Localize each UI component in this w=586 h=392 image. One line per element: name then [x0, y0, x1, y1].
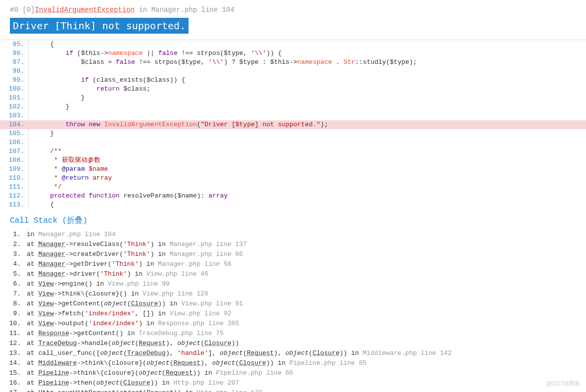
- stack-frame[interactable]: at View->think\{closure}() in View.php l…: [25, 289, 576, 299]
- line-content: {: [29, 40, 54, 49]
- stack-frame[interactable]: at View->fetch('index/index', []) in Vie…: [25, 309, 576, 319]
- line-content: [29, 138, 35, 147]
- error-message: Driver [Think] not supported.: [10, 18, 189, 34]
- line-content: * @return array: [29, 174, 112, 183]
- code-line: 100. return $class;: [0, 85, 586, 94]
- line-content: {: [29, 200, 54, 209]
- code-line: 103.: [0, 111, 586, 120]
- stack-frame[interactable]: in Manager.php line 104: [25, 230, 576, 240]
- stack-frame[interactable]: at TraceDebug->handle(object(Request), o…: [25, 339, 576, 348]
- line-number: 106.: [0, 138, 29, 147]
- code-snippet: 95. {96. if ($this->namespace || false !…: [0, 40, 586, 209]
- line-content: if (class_exists($class)) {: [29, 76, 185, 85]
- stack-frame[interactable]: at Pipeline->think\{closure}(object(Requ…: [25, 368, 576, 378]
- line-number: 112.: [0, 192, 29, 200]
- code-line: 99. if (class_exists($class)) {: [0, 76, 586, 85]
- line-number: 104.: [0, 120, 29, 129]
- line-number: 107.: [0, 147, 29, 156]
- code-line: 95. {: [0, 40, 586, 49]
- code-line: 107. /**: [0, 147, 586, 156]
- stack-frame[interactable]: at Response->getContent() in TraceDebug.…: [25, 329, 576, 339]
- code-line: 98.: [0, 67, 586, 76]
- line-number: 100.: [0, 85, 29, 94]
- line-content: throw new InvalidArgumentException("Driv…: [29, 120, 328, 129]
- code-line: 102. }: [0, 102, 586, 111]
- line-number: 110.: [0, 174, 29, 183]
- code-line: 104. throw new InvalidArgumentException(…: [0, 120, 586, 129]
- line-number: 95.: [0, 40, 29, 49]
- line-content: [29, 67, 35, 76]
- line-number: 99.: [0, 76, 29, 85]
- line-content: */: [29, 183, 62, 192]
- stack-frame[interactable]: at View->output('index/index') in Respon…: [25, 319, 576, 329]
- line-content: }: [29, 129, 54, 138]
- stack-frame[interactable]: at Manager->createDriver('Think') in Man…: [25, 249, 576, 259]
- stack-frame[interactable]: at Manager->getDriver('Think') in Manage…: [25, 259, 576, 269]
- line-content: * @param $name: [29, 165, 108, 174]
- stack-frame[interactable]: at Middleware->think\{closure}(object(Re…: [25, 358, 576, 368]
- line-number: 96.: [0, 49, 29, 58]
- line-number: 105.: [0, 129, 29, 138]
- code-line: 96. if ($this->namespace || false !== st…: [0, 49, 586, 58]
- line-content: * 获取驱动参数: [29, 156, 100, 165]
- code-line: 97. $class = false !== strpos($type, '\\…: [0, 58, 586, 67]
- exception-index: #0 [0]: [10, 6, 35, 14]
- line-number: 97.: [0, 58, 29, 67]
- code-line: 113. {: [0, 200, 586, 209]
- line-number: 109.: [0, 165, 29, 174]
- line-content: $class = false !== strpos($type, '\\') ?…: [29, 58, 417, 67]
- exception-class[interactable]: InvalidArgumentException: [35, 6, 135, 14]
- line-content: return $class;: [29, 85, 150, 94]
- call-stack-header[interactable]: Call Stack (折叠): [0, 209, 586, 230]
- code-line: 101. }: [0, 94, 586, 102]
- exception-location[interactable]: Manager.php line 104: [151, 6, 235, 14]
- line-content: [29, 111, 35, 120]
- code-line: 105. }: [0, 129, 586, 138]
- in-word: in: [139, 6, 147, 14]
- line-number: 103.: [0, 111, 29, 120]
- line-content: /**: [29, 147, 62, 156]
- code-line: 111. */: [0, 183, 586, 192]
- line-content: protected function resolveParams($name):…: [29, 192, 228, 200]
- call-stack-list: in Manager.php line 104at Manager->resol…: [0, 230, 586, 392]
- code-line: 109. * @param $name: [0, 165, 586, 174]
- line-number: 113.: [0, 200, 29, 209]
- error-page: #0 [0]InvalidArgumentException in Manage…: [0, 0, 586, 392]
- line-content: }: [29, 94, 85, 102]
- watermark: @51CTO博客: [547, 380, 580, 388]
- line-number: 98.: [0, 67, 29, 76]
- exception-header: #0 [0]InvalidArgumentException in Manage…: [0, 4, 586, 16]
- stack-frame[interactable]: at Pipeline->then(object(Closure)) in Ht…: [25, 378, 576, 388]
- stack-frame[interactable]: at Manager->driver('Think') in View.php …: [25, 269, 576, 279]
- line-content: if ($this->namespace || false !== strpos…: [29, 49, 282, 58]
- code-line: 112. protected function resolveParams($n…: [0, 192, 586, 200]
- line-content: }: [29, 102, 69, 111]
- code-line: 108. * 获取驱动参数: [0, 156, 586, 165]
- stack-frame[interactable]: at Manager->resolveClass('Think') in Man…: [25, 240, 576, 249]
- stack-frame[interactable]: at Http->runWithRequest(object(Request))…: [25, 388, 576, 392]
- line-number: 111.: [0, 183, 29, 192]
- code-line: 110. * @return array: [0, 174, 586, 183]
- stack-frame[interactable]: at call_user_func([object(TraceDebug), '…: [25, 348, 576, 358]
- stack-frame[interactable]: at View->getContent(object(Closure)) in …: [25, 299, 576, 309]
- line-number: 102.: [0, 102, 29, 111]
- line-number: 101.: [0, 94, 29, 102]
- code-line: 106.: [0, 138, 586, 147]
- stack-frame[interactable]: at View->engine() in View.php line 90: [25, 279, 576, 289]
- line-number: 108.: [0, 156, 29, 165]
